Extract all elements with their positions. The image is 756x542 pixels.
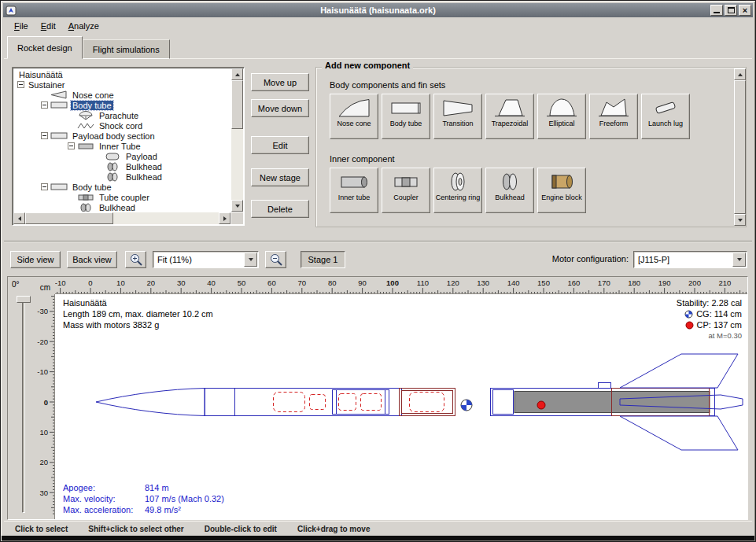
component-tree: HaisunäätäSustainerNose coneBody tubePar… — [14, 69, 230, 212]
tree-item-bulkhead[interactable]: Bulkhead — [14, 161, 230, 171]
arrow-down-icon — [738, 219, 743, 222]
tree-item-bulkhead[interactable]: Bulkhead — [14, 171, 230, 182]
side-view-button[interactable]: Side view — [10, 251, 61, 268]
new-stage-button[interactable]: New stage — [251, 168, 309, 186]
expander-icon[interactable] — [41, 101, 48, 109]
back-view-button[interactable]: Back view — [67, 251, 117, 268]
component-label: Body tube — [389, 120, 423, 127]
rotation-slider-handle[interactable] — [17, 296, 31, 303]
svg-text:200: 200 — [688, 278, 701, 287]
scroll-up-button[interactable] — [734, 68, 746, 80]
move-down-button[interactable]: Move down — [251, 99, 309, 117]
rotation-slider-track[interactable] — [22, 299, 25, 513]
launchlug-icon — [648, 96, 683, 120]
add-inner-tube-button[interactable]: Inner tube — [330, 168, 378, 213]
scroll-left-button[interactable] — [13, 212, 25, 224]
tree-item-haisun-t[interactable]: Haisunäätä — [14, 69, 230, 79]
arrow-up-icon — [235, 73, 240, 76]
svg-text:40: 40 — [207, 278, 216, 287]
add-nose-cone-button[interactable]: Nose cone — [330, 94, 378, 139]
svg-text:50: 50 — [238, 278, 246, 287]
motor-configuration-value: [J115-P] — [638, 255, 669, 264]
scroll-down-button[interactable] — [734, 214, 746, 226]
add-freeform-button[interactable]: Freeform — [589, 94, 638, 139]
add-panel-scrollbar[interactable] — [734, 68, 746, 226]
mach-label: at M=0.30 — [708, 330, 742, 341]
zoom-out-button[interactable] — [265, 251, 286, 268]
tree-item-payload-body-section[interactable]: Payload body section — [14, 131, 230, 141]
tree-item-payload[interactable]: Payload — [14, 151, 230, 161]
motor-configuration-select[interactable]: [J115-P] — [633, 251, 747, 268]
bodytube-icon — [50, 182, 69, 192]
arrow-up-icon — [738, 73, 743, 76]
menu-analyze[interactable]: Analyze — [63, 20, 105, 32]
max-velocity-value: 107 m/s (Mach 0.32) — [145, 493, 224, 504]
edit-button[interactable]: Edit — [251, 136, 309, 154]
svg-text:60: 60 — [267, 278, 276, 287]
scroll-right-button[interactable] — [219, 212, 230, 224]
move-up-button[interactable]: Move up — [251, 73, 309, 91]
tab-flight-simulations[interactable]: Flight simulations — [83, 39, 170, 59]
zoom-in-button[interactable] — [125, 251, 146, 268]
menu-file[interactable]: File — [9, 20, 34, 32]
add-body-tube-button[interactable]: Body tube — [382, 94, 430, 139]
tree-item-label: Payload body section — [71, 131, 157, 141]
cp-icon — [685, 321, 694, 330]
stage-1-toggle[interactable]: Stage 1 — [301, 251, 345, 268]
scrollbar-thumb[interactable] — [25, 212, 113, 224]
add-coupler-button[interactable]: Coupler — [382, 168, 430, 213]
expander-icon[interactable] — [41, 132, 48, 139]
transition-icon — [441, 96, 475, 120]
tab-rocket-design[interactable]: Rocket design — [7, 36, 83, 59]
add-transition-button[interactable]: Transition — [433, 94, 482, 139]
tree-item-inner-tube[interactable]: Inner Tube — [14, 141, 230, 151]
svg-text:120: 120 — [447, 278, 459, 287]
add-elliptical-button[interactable]: Elliptical — [537, 94, 586, 139]
tree-item-bulkhead[interactable]: Bulkhead — [14, 202, 230, 212]
expander-icon[interactable] — [17, 81, 24, 88]
menu-edit[interactable]: Edit — [35, 20, 61, 32]
expander-icon[interactable] — [41, 183, 48, 190]
tree-item-parachute[interactable]: Parachute — [14, 110, 230, 120]
tree-item-nose-cone[interactable]: Nose cone — [14, 90, 230, 100]
maximize-button[interactable] — [725, 5, 737, 16]
tree-item-tube-coupler[interactable]: Tube coupler — [14, 192, 230, 202]
max-acceleration-label: Max. acceleration: — [63, 504, 145, 515]
component-label: Nose cone — [336, 120, 371, 127]
scroll-down-button[interactable] — [231, 200, 243, 212]
svg-text:30: 30 — [177, 278, 186, 287]
close-button[interactable]: × — [739, 5, 751, 16]
tree-item-shock-cord[interactable]: Shock cord — [14, 120, 230, 131]
add-trapezoidal-button[interactable]: Trapezoidal — [485, 94, 534, 139]
add-engine-block-button[interactable]: Engine block — [537, 168, 586, 213]
tree-vertical-scrollbar[interactable] — [231, 68, 243, 212]
scrollbar-thumb[interactable] — [231, 80, 243, 129]
tree-horizontal-scrollbar[interactable] — [13, 212, 230, 224]
inner-component-label: Inner component — [330, 154, 395, 164]
cp-marker — [537, 401, 545, 409]
arrow-down-icon — [737, 258, 742, 261]
body-components-row: Nose coneBody tubeTransitionTrapezoidalE… — [330, 94, 690, 139]
delete-button[interactable]: Delete — [251, 200, 309, 218]
chevron-down-icon[interactable] — [244, 253, 257, 267]
component-tree-panel[interactable]: HaisunäätäSustainerNose coneBody tubePar… — [12, 67, 245, 226]
svg-text:-30: -30 — [37, 307, 48, 315]
scroll-up-button[interactable] — [231, 68, 243, 80]
tree-item-sustainer[interactable]: Sustainer — [14, 79, 230, 90]
scrollbar-thumb[interactable] — [734, 80, 746, 214]
add-bulkhead-button[interactable]: Bulkhead — [485, 168, 534, 213]
chevron-down-icon[interactable] — [732, 253, 746, 267]
apogee-value: 814 m — [145, 482, 169, 493]
expander-icon[interactable] — [68, 142, 75, 149]
rocket-canvas[interactable]: Haisunäätä Length 189 cm, max. diameter … — [55, 294, 748, 520]
tree-item-label: Body tube — [71, 183, 113, 192]
tree-item-body-tube[interactable]: Body tube — [14, 100, 230, 110]
zoom-select[interactable]: Fit (11%) — [153, 251, 259, 268]
tree-item-label: Bulkhead — [124, 162, 164, 171]
add-launch-lug-button[interactable]: Launch lug — [641, 94, 690, 139]
title-bar[interactable]: Haisunäätä (haisunaata.ork) × — [3, 3, 753, 17]
minimize-button[interactable] — [710, 5, 723, 16]
tree-item-body-tube[interactable]: Body tube — [14, 182, 230, 192]
add-centering-ring-button[interactable]: Centering ring — [433, 168, 482, 213]
zoom-out-icon — [269, 253, 283, 267]
